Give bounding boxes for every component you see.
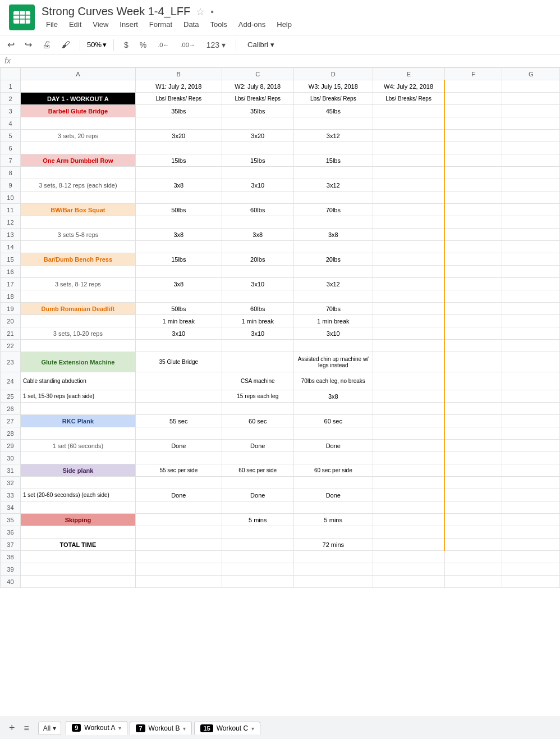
cell-c29[interactable]: Done [222,440,293,452]
cell-c39[interactable] [222,563,293,576]
menu-tools[interactable]: Tools [205,19,231,30]
cell-d16[interactable] [293,266,373,278]
cell-c37[interactable] [222,539,293,551]
cell-c4[interactable] [222,117,293,130]
menu-format[interactable]: Format [145,19,177,30]
cell-c21[interactable]: 3x10 [222,327,293,340]
cell-e33[interactable] [373,489,444,501]
cell-a25[interactable]: 1 set, 15-30 reps (each side) [20,390,135,403]
cell-g36[interactable] [502,526,560,539]
cell-f14[interactable] [444,241,502,253]
cell-c11[interactable]: 60lbs [222,204,293,216]
cell-f22[interactable] [444,340,502,352]
cell-f4[interactable] [444,117,502,130]
cell-a27[interactable]: RKC Plank [20,415,135,427]
cell-g28[interactable] [502,427,560,440]
cell-c31[interactable]: 60 sec per side [222,464,293,477]
cell-f21[interactable] [444,327,502,340]
cell-d39[interactable] [293,563,373,576]
cell-d21[interactable]: 3x10 [293,327,373,340]
col-header-e[interactable]: E [373,68,444,80]
cell-a5[interactable]: 3 sets, 20 reps [20,130,135,142]
cell-a15[interactable]: Bar/Dumb Bench Press [20,253,135,266]
cell-f9[interactable] [444,179,502,191]
cell-d8[interactable] [293,167,373,179]
cell-c12[interactable] [222,216,293,229]
cell-d20[interactable]: 1 min break [293,315,373,327]
cell-d38[interactable] [293,551,373,563]
cell-f16[interactable] [444,266,502,278]
cell-a34[interactable] [20,501,135,514]
cell-a28[interactable] [20,427,135,440]
cell-c8[interactable] [222,167,293,179]
cell-b21[interactable]: 3x10 [135,327,222,340]
cell-b14[interactable] [135,241,222,253]
cell-g29[interactable] [502,440,560,452]
col-header-a[interactable]: A [20,68,135,80]
cell-e6[interactable] [373,142,444,154]
cell-b31[interactable]: 55 sec per side [135,464,222,477]
cell-c13[interactable]: 3x8 [222,229,293,241]
cell-b9[interactable]: 3x8 [135,179,222,191]
cell-g33[interactable] [502,489,560,501]
undo-button[interactable]: ↩ [4,38,17,52]
cell-c6[interactable] [222,142,293,154]
cell-e13[interactable] [373,229,444,241]
cell-a9[interactable]: 3 sets, 8-12 reps (each side) [20,179,135,191]
cell-b35[interactable] [135,514,222,526]
cell-a14[interactable] [20,241,135,253]
cell-a22[interactable] [20,340,135,352]
cell-f13[interactable] [444,229,502,241]
cell-b18[interactable] [135,290,222,303]
zoom-button[interactable]: 50% ▾ [87,40,107,49]
col-header-c[interactable]: C [222,68,293,80]
cell-f10[interactable] [444,191,502,204]
cell-e4[interactable] [373,117,444,130]
cell-f11[interactable] [444,204,502,216]
cell-f39[interactable] [444,563,502,576]
cell-e12[interactable] [373,216,444,229]
cell-f34[interactable] [444,501,502,514]
cell-e31[interactable] [373,464,444,477]
cell-g14[interactable] [502,241,560,253]
cell-d26[interactable] [293,403,373,415]
cell-g12[interactable] [502,216,560,229]
cell-e20[interactable] [373,315,444,327]
cell-a12[interactable] [20,216,135,229]
cell-a24[interactable]: Cable standing abduction [20,372,135,390]
cell-a33[interactable]: 1 set (20-60 secondss) (each side) [20,489,135,501]
cell-e9[interactable] [373,179,444,191]
cell-c32[interactable] [222,477,293,489]
cell-g30[interactable] [502,452,560,464]
cell-a23[interactable]: Glute Extension Machine [20,352,135,372]
cell-g1[interactable] [502,80,560,93]
cell-f7[interactable] [444,154,502,167]
cell-a37[interactable]: TOTAL TIME [20,539,135,551]
cell-f30[interactable] [444,452,502,464]
cell-c38[interactable] [222,551,293,563]
cell-f31[interactable] [444,464,502,477]
cell-g22[interactable] [502,340,560,352]
menu-data[interactable]: Data [179,19,203,30]
cell-d24[interactable]: 70lbs each leg, no breaks [293,372,373,390]
cell-g17[interactable] [502,278,560,290]
font-selector[interactable]: Calibri ▾ [243,39,279,50]
cell-e1[interactable]: W4: July 22, 2018 [373,80,444,93]
cell-b7[interactable]: 15lbs [135,154,222,167]
folder-icon[interactable]: ▪ [210,7,214,17]
cell-g16[interactable] [502,266,560,278]
cell-c10[interactable] [222,191,293,204]
cell-b6[interactable] [135,142,222,154]
cell-g19[interactable] [502,303,560,315]
cell-c27[interactable]: 60 sec [222,415,293,427]
cell-d25[interactable]: 3x8 [293,390,373,403]
cell-c26[interactable] [222,403,293,415]
cell-d7[interactable]: 15lbs [293,154,373,167]
cell-g27[interactable] [502,415,560,427]
cell-f15[interactable] [444,253,502,266]
cell-g39[interactable] [502,563,560,576]
cell-g25[interactable] [502,390,560,403]
cell-d4[interactable] [293,117,373,130]
cell-g2[interactable] [502,93,560,105]
col-header-g[interactable]: G [502,68,560,80]
